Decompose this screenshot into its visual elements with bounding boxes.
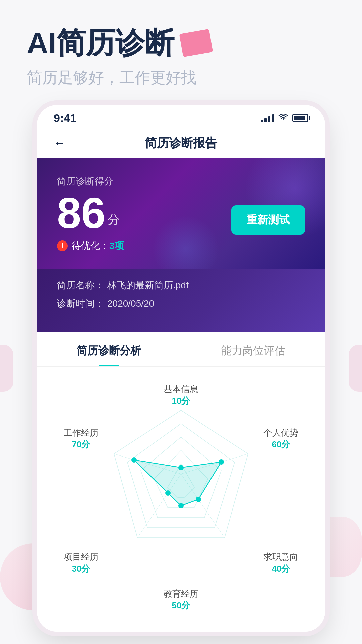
side-decoration-left [0,345,13,392]
resume-name-row: 简历名称： 林飞的最新简历.pdf [57,279,305,292]
radar-label-work: 工作经历 70分 [64,427,99,450]
warning-symbol: ! [61,241,63,250]
pink-sticker-decoration [179,29,213,57]
tab-analysis[interactable]: 简历诊断分析 [37,332,181,366]
radar-label-advantage-score: 60分 [263,439,298,450]
optimize-prefix: 待优化： [72,240,109,251]
battery-fill [294,116,305,120]
status-bar: 9:41 [37,105,325,128]
main-title-text: AI简历诊断 [27,27,174,59]
radar-label-project-name: 项目经历 [64,551,99,563]
phone-wrapper: 9:41 [0,105,362,632]
resume-time-label: 诊断时间： [57,297,104,310]
score-label: 简历诊断得分 [57,175,305,188]
svg-point-21 [178,503,184,508]
tab-analysis-label: 简历诊断分析 [77,344,141,357]
optimize-text: 待优化：3项 [72,239,124,252]
score-banner: 简历诊断得分 86 分 重新测试 ! 待优化：3项 [37,158,325,269]
svg-marker-17 [134,460,221,506]
resume-info-section: 简历名称： 林飞的最新简历.pdf 诊断时间： 2020/05/20 [37,269,325,332]
svg-point-22 [165,490,171,496]
tab-evaluation[interactable]: 能力岗位评估 [181,332,325,366]
radar-label-advantage: 个人优势 60分 [263,427,298,450]
optimize-count: 3项 [109,240,124,251]
resume-name-label: 简历名称： [57,279,104,292]
tab-evaluation-label: 能力岗位评估 [221,344,285,357]
svg-point-18 [178,465,184,470]
radar-label-education-name: 教育经历 [164,588,198,600]
radar-label-job-name: 求职意向 [263,551,298,563]
radar-label-work-name: 工作经历 [64,427,99,439]
radar-label-education: 教育经历 50分 [164,588,198,611]
phone-mockup: 9:41 [37,105,325,632]
side-decoration-right [349,345,362,392]
radar-label-project-score: 30分 [64,563,99,575]
header-section: AI简历诊断 简历足够好，工作更好找 [0,0,362,102]
sub-title: 简历足够好，工作更好找 [27,67,335,88]
radar-label-basic-name: 基本信息 [164,383,198,395]
radar-label-education-score: 50分 [164,600,198,611]
optimize-row: ! 待优化：3项 [57,239,305,252]
radar-label-job-score: 40分 [263,563,298,575]
signal-bar-2 [264,118,267,122]
svg-point-20 [196,497,201,502]
signal-bar-1 [261,120,263,122]
radar-section: 基本信息 10分 工作经历 70分 个人优势 60分 [37,367,325,632]
score-row: 86 分 重新测试 [57,191,305,235]
nav-title: 简历诊断报告 [145,135,217,151]
status-time: 9:41 [54,112,76,125]
radar-label-project: 项目经历 30分 [64,551,99,575]
status-icons [261,113,308,123]
main-title: AI简历诊断 [27,27,335,59]
resume-name-value: 林飞的最新简历.pdf [107,279,189,292]
radar-label-work-score: 70分 [64,439,99,450]
wifi-icon [278,113,288,123]
battery-icon [292,114,308,122]
svg-point-19 [219,459,224,465]
signal-bar-4 [272,114,274,122]
warning-icon: ! [57,240,68,251]
app-navbar: ← 简历诊断报告 [37,128,325,158]
score-number: 86 [57,191,106,235]
tab-bar: 简历诊断分析 能力岗位评估 [37,332,325,367]
resume-time-row: 诊断时间： 2020/05/20 [57,297,305,310]
signal-bar-3 [268,116,270,122]
svg-point-23 [131,457,137,463]
resume-time-value: 2020/05/20 [107,298,154,309]
back-arrow-icon: ← [54,136,66,150]
back-button[interactable]: ← [54,136,66,150]
score-unit: 分 [108,212,120,228]
retest-button[interactable]: 重新测试 [231,205,305,235]
radar-label-advantage-name: 个人优势 [263,427,298,439]
signal-icon [261,114,274,122]
radar-chart [104,400,258,575]
radar-label-job: 求职意向 40分 [263,551,298,575]
